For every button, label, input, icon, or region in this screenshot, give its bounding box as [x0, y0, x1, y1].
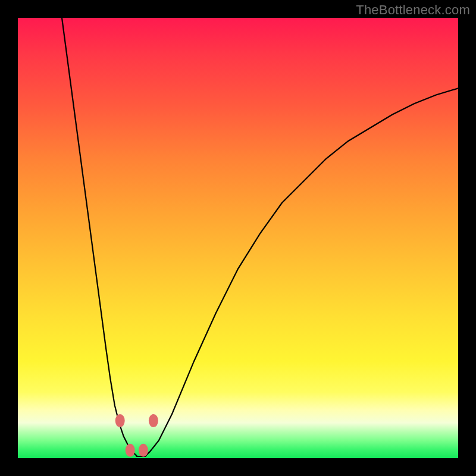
bottleneck-curve	[62, 18, 458, 456]
threshold-marker	[149, 414, 158, 427]
curve-svg	[18, 18, 458, 458]
threshold-marker	[126, 444, 135, 457]
threshold-marker	[139, 444, 148, 457]
threshold-marker	[115, 414, 125, 427]
watermark-text: TheBottleneck.com	[356, 2, 470, 18]
plot-area	[18, 18, 458, 458]
chart-frame: TheBottleneck.com	[0, 0, 476, 476]
marker-group	[115, 414, 158, 457]
